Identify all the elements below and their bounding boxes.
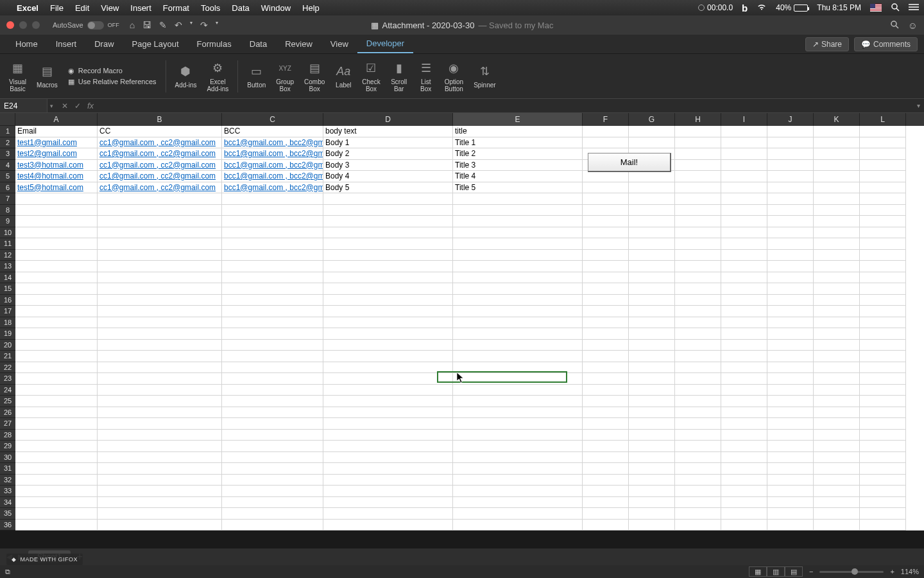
cell-J8[interactable] <box>767 205 814 216</box>
cell-B4[interactable]: cc1@gmail.com , cc2@gmail.com <box>98 160 222 171</box>
cell-F22[interactable] <box>583 362 629 374</box>
cell-L22[interactable] <box>860 362 906 374</box>
cell-I33[interactable] <box>721 486 767 497</box>
cell-C15[interactable] <box>222 283 323 295</box>
cell-D13[interactable] <box>323 261 453 272</box>
cell-D15[interactable] <box>323 283 453 295</box>
cell-H14[interactable] <box>675 272 721 284</box>
cell-L24[interactable] <box>860 385 906 396</box>
cell-K16[interactable] <box>814 295 860 306</box>
cell-I29[interactable] <box>721 441 767 452</box>
cell-B36[interactable] <box>98 520 222 531</box>
spotlight-icon[interactable] <box>891 3 900 13</box>
cell-J11[interactable] <box>767 238 814 250</box>
row-header-17[interactable]: 17 <box>0 306 15 317</box>
cell-L25[interactable] <box>860 396 906 407</box>
row-header-8[interactable]: 8 <box>0 205 15 216</box>
cell-C10[interactable] <box>222 227 323 239</box>
cell-E9[interactable] <box>453 216 583 227</box>
cell-G1[interactable] <box>629 126 675 137</box>
cell-A23[interactable] <box>15 373 98 385</box>
cell-K34[interactable] <box>814 497 860 509</box>
cells-area[interactable]: EmailCCBCCbody texttitletest1@gmail.comc… <box>15 126 924 530</box>
cell-A9[interactable] <box>15 216 98 227</box>
cell-K27[interactable] <box>814 418 860 430</box>
cell-B16[interactable] <box>98 295 222 306</box>
cell-C28[interactable] <box>222 430 323 441</box>
cell-K7[interactable] <box>814 193 860 205</box>
cell-J21[interactable] <box>767 351 814 362</box>
cell-J24[interactable] <box>767 385 814 396</box>
cell-G11[interactable] <box>629 238 675 250</box>
cell-K14[interactable] <box>814 272 860 284</box>
zoom-in-button[interactable]: + <box>890 568 894 575</box>
cell-C31[interactable] <box>222 463 323 475</box>
cell-J19[interactable] <box>767 328 814 340</box>
cell-F12[interactable] <box>583 250 629 261</box>
cell-A10[interactable] <box>15 227 98 239</box>
cell-D7[interactable] <box>323 193 453 205</box>
cell-A4[interactable]: test3@hotmail.com <box>15 160 98 171</box>
cell-A25[interactable] <box>15 396 98 407</box>
row-header-23[interactable]: 23 <box>0 373 15 385</box>
cell-B30[interactable] <box>98 452 222 464</box>
row-header-9[interactable]: 9 <box>0 216 15 227</box>
cell-A27[interactable] <box>15 418 98 430</box>
cell-H9[interactable] <box>675 216 721 227</box>
cell-I18[interactable] <box>721 317 767 329</box>
cell-D26[interactable] <box>323 407 453 419</box>
cell-L31[interactable] <box>860 463 906 475</box>
cell-C22[interactable] <box>222 362 323 374</box>
cell-F36[interactable] <box>583 520 629 531</box>
cell-F19[interactable] <box>583 328 629 340</box>
battery-indicator[interactable]: 40% <box>776 3 808 12</box>
maximize-button[interactable] <box>32 21 40 29</box>
cell-C30[interactable] <box>222 452 323 464</box>
cell-G10[interactable] <box>629 227 675 239</box>
cell-C35[interactable] <box>222 508 323 520</box>
cell-A30[interactable] <box>15 452 98 464</box>
cell-I34[interactable] <box>721 497 767 509</box>
cell-L26[interactable] <box>860 407 906 419</box>
cell-J34[interactable] <box>767 497 814 509</box>
cell-H20[interactable] <box>675 340 721 351</box>
cell-A5[interactable]: test4@hotmail.com <box>15 171 98 182</box>
cell-G16[interactable] <box>629 295 675 306</box>
cell-D1[interactable]: body text <box>323 126 453 137</box>
row-header-20[interactable]: 20 <box>0 340 15 351</box>
cell-K23[interactable] <box>814 373 860 385</box>
cell-D34[interactable] <box>323 497 453 509</box>
cell-J13[interactable] <box>767 261 814 272</box>
cell-K18[interactable] <box>814 317 860 329</box>
cell-J27[interactable] <box>767 418 814 430</box>
cell-J4[interactable] <box>767 160 814 171</box>
cell-F35[interactable] <box>583 508 629 520</box>
cell-K3[interactable] <box>814 148 860 160</box>
cell-J6[interactable] <box>767 182 814 194</box>
cell-E24[interactable] <box>453 385 583 396</box>
cell-H11[interactable] <box>675 238 721 250</box>
cell-L33[interactable] <box>860 486 906 497</box>
cell-J20[interactable] <box>767 340 814 351</box>
cell-I26[interactable] <box>721 407 767 419</box>
tab-data[interactable]: Data <box>241 35 276 53</box>
cell-I4[interactable] <box>721 160 767 171</box>
cell-D29[interactable] <box>323 441 453 452</box>
cell-A35[interactable] <box>15 508 98 520</box>
cell-J26[interactable] <box>767 407 814 419</box>
cell-G22[interactable] <box>629 362 675 374</box>
cell-G9[interactable] <box>629 216 675 227</box>
cell-F20[interactable] <box>583 340 629 351</box>
cell-E15[interactable] <box>453 283 583 295</box>
menu-format[interactable]: Format <box>163 3 189 13</box>
col-header-A[interactable]: A <box>15 113 98 126</box>
cell-B25[interactable] <box>98 396 222 407</box>
cell-E26[interactable] <box>453 407 583 419</box>
cell-L32[interactable] <box>860 475 906 486</box>
cell-K9[interactable] <box>814 216 860 227</box>
cell-H3[interactable] <box>675 148 721 160</box>
cell-J32[interactable] <box>767 475 814 486</box>
cell-H17[interactable] <box>675 306 721 317</box>
cell-E18[interactable] <box>453 317 583 329</box>
cell-I10[interactable] <box>721 227 767 239</box>
